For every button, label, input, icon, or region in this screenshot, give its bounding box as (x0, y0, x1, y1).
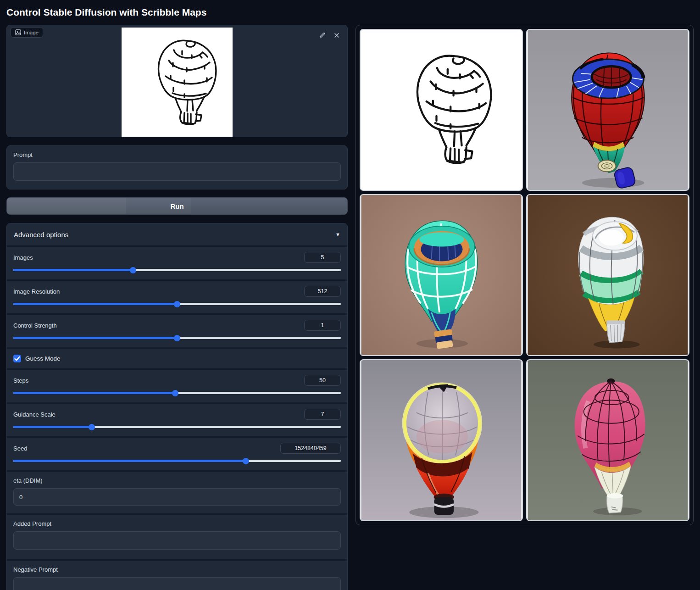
slider-seed-value-input[interactable] (280, 443, 341, 454)
slider-control-strength: Control Strength (7, 315, 347, 347)
slider-steps: Steps (7, 370, 347, 402)
slider-steps-track[interactable] (13, 392, 341, 394)
guess-mode-row: Guess Mode (7, 349, 347, 368)
gallery-image-orange-balloon (361, 360, 522, 520)
gallery-image-red-balloon (527, 30, 689, 190)
image-icon (15, 29, 21, 35)
added-prompt-label: Added Prompt (13, 520, 341, 527)
slider-control-strength-label: Control Strength (13, 322, 57, 329)
slider-guidance-scale-label: Guidance Scale (13, 411, 56, 418)
edit-image-button[interactable] (318, 31, 327, 39)
eta-ddim-input[interactable] (13, 488, 341, 506)
close-icon (333, 32, 340, 39)
advanced-options-body: Images Image Resolution (7, 245, 347, 590)
advanced-options-accordion: Advanced options ▼ Images (6, 223, 348, 590)
run-button[interactable]: Run (6, 197, 348, 215)
gallery-image-scribble (361, 30, 522, 190)
slider-control-strength-handle[interactable] (174, 335, 180, 341)
gallery-item-orange-balloon[interactable] (360, 359, 523, 521)
slider-images-handle[interactable] (130, 267, 136, 273)
app-root: Control Stable Diffusion with Scribble M… (0, 0, 700, 590)
guess-mode-label: Guess Mode (25, 355, 61, 362)
advanced-options-header[interactable]: Advanced options ▼ (7, 223, 347, 245)
negative-prompt-row: Negative Prompt (7, 561, 347, 590)
slider-image-resolution: Image Resolution (7, 281, 347, 313)
image-upload-panel: Image (6, 25, 348, 137)
slider-images-track[interactable] (13, 269, 341, 271)
slider-control-strength-value-input[interactable] (304, 320, 341, 331)
slider-guidance-scale: Guidance Scale (7, 404, 347, 436)
slider-seed-label: Seed (13, 445, 27, 452)
gallery-item-teal-balloon[interactable] (360, 194, 523, 356)
gallery-item-scribble[interactable] (360, 29, 523, 191)
advanced-options-title: Advanced options (14, 231, 68, 239)
chevron-down-icon: ▼ (335, 232, 340, 237)
scribble-drawing (122, 28, 233, 137)
slider-seed-track[interactable] (13, 460, 341, 462)
image-toolbar (318, 31, 341, 39)
slider-images-label: Images (13, 254, 33, 261)
slider-seed: Seed (7, 438, 347, 470)
gallery-item-green-yellow-balloon[interactable] (526, 194, 689, 356)
gallery-image-pink-balloon (527, 360, 689, 520)
main-layout: Image (6, 25, 694, 590)
slider-control-strength-track[interactable] (13, 337, 341, 339)
slider-guidance-scale-track[interactable] (13, 426, 341, 428)
added-prompt-row: Added Prompt (7, 515, 347, 559)
slider-guidance-scale-handle[interactable] (89, 424, 95, 430)
eta-ddim-label: eta (DDIM) (13, 477, 341, 484)
slider-image-resolution-handle[interactable] (174, 301, 180, 307)
image-component-label: Image (11, 27, 43, 38)
added-prompt-input[interactable] (13, 531, 341, 550)
prompt-block: Prompt (6, 145, 348, 189)
image-label-text: Image (24, 30, 39, 35)
gallery-item-pink-balloon[interactable] (526, 359, 689, 521)
clear-image-button[interactable] (333, 31, 341, 39)
eta-ddim-row: eta (DDIM) (7, 472, 347, 513)
pencil-icon (319, 32, 326, 39)
negative-prompt-label: Negative Prompt (13, 566, 341, 573)
slider-image-resolution-track[interactable] (13, 303, 341, 305)
page-title: Control Stable Diffusion with Scribble M… (6, 6, 694, 18)
slider-images-value-input[interactable] (304, 252, 341, 263)
slider-guidance-scale-value-input[interactable] (304, 409, 341, 420)
slider-image-resolution-value-input[interactable] (304, 286, 341, 297)
guess-mode-checkbox[interactable] (13, 355, 21, 362)
slider-image-resolution-label: Image Resolution (13, 288, 60, 295)
slider-images: Images (7, 247, 347, 279)
check-icon (14, 355, 21, 362)
input-scribble-image[interactable] (122, 28, 233, 137)
slider-steps-value-input[interactable] (304, 375, 341, 386)
result-gallery (356, 25, 694, 525)
controls-column: Image (6, 25, 348, 590)
slider-seed-handle[interactable] (243, 458, 249, 464)
slider-steps-label: Steps (13, 377, 28, 384)
slider-steps-handle[interactable] (172, 390, 178, 396)
gallery-item-red-balloon[interactable] (526, 29, 689, 191)
prompt-input[interactable] (13, 162, 341, 181)
gallery-image-green-yellow-balloon (527, 195, 689, 355)
prompt-label: Prompt (13, 151, 341, 158)
negative-prompt-input[interactable] (13, 577, 341, 590)
gallery-image-teal-balloon (361, 195, 522, 355)
